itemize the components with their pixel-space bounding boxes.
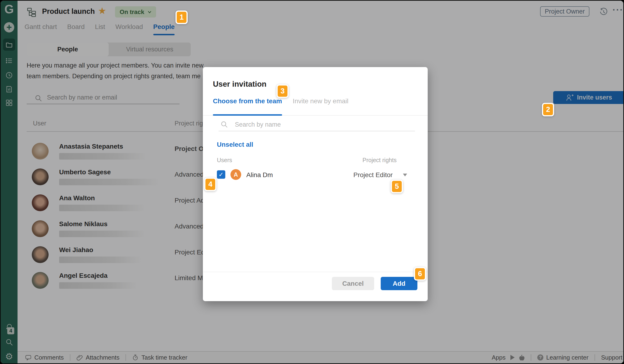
unselect-all-link[interactable]: Unselect all [217, 141, 253, 148]
member-checkbox[interactable]: ✓ [217, 170, 225, 179]
modal-column-users: Users [217, 157, 232, 163]
add-button[interactable]: Add [381, 277, 417, 290]
step-badge-1: 1 [176, 10, 188, 24]
modal-tabs: Choose from the team Invite new by email [203, 97, 428, 116]
step-badge-2: 2 [542, 103, 554, 116]
member-avatar: A [231, 169, 241, 180]
rights-dropdown-icon[interactable] [403, 174, 407, 176]
tab-choose-from-team[interactable]: Choose from the team [213, 97, 282, 115]
search-icon [220, 120, 229, 129]
modal-title: User invitation [213, 80, 266, 89]
member-name: Alina Dm [246, 171, 273, 179]
modal-search-input[interactable] [234, 121, 394, 129]
member-rights-value[interactable]: Project Editor [353, 171, 393, 179]
step-badge-5: 5 [391, 180, 403, 193]
app-window: G + [0, 0, 624, 364]
step-badge-3: 3 [277, 84, 289, 98]
modal-search-underline [218, 131, 415, 131]
cancel-button[interactable]: Cancel [332, 277, 374, 290]
step-badge-6: 6 [414, 267, 426, 281]
modal-column-rights: Project rights [363, 157, 397, 163]
modal-footer-divider [203, 272, 428, 272]
tab-invite-new-by-email[interactable]: Invite new by email [293, 97, 348, 115]
step-badge-4: 4 [204, 178, 216, 191]
